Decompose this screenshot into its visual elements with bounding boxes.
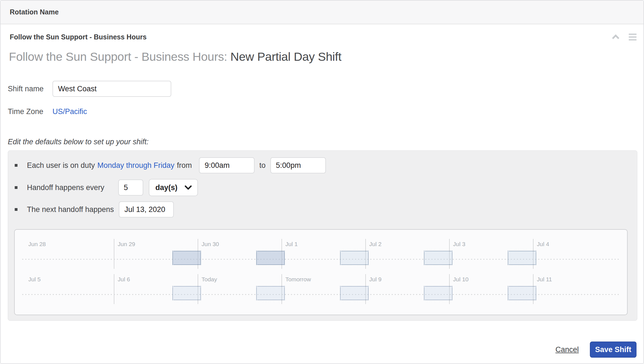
- shift-block[interactable]: [340, 251, 369, 265]
- timeline-day-label: Jul 9: [369, 276, 381, 283]
- timeline-day-label: Jun 29: [118, 241, 135, 247]
- timeline-day-label: Jul 2: [369, 241, 381, 247]
- timeline-day-label: Jul 1: [285, 241, 298, 247]
- shift-block[interactable]: [256, 286, 285, 300]
- save-shift-button[interactable]: Save Shift: [590, 342, 637, 358]
- handoff-interval-rule-row: Handoff happens every day(s): [15, 179, 198, 196]
- timezone-link[interactable]: US/Pacific: [52, 107, 87, 116]
- next-handoff-rule-row: The next handoff happens: [15, 201, 174, 218]
- page-title: Follow the Sun Support - Business Hours:…: [9, 50, 341, 64]
- shift-block[interactable]: [508, 251, 536, 265]
- bullet-icon: [15, 164, 17, 167]
- timezone-row: Time Zone US/Pacific: [8, 103, 87, 120]
- timeline-day-label: Jul 6: [118, 276, 130, 283]
- duty-rule-prefix: Each user is on duty: [27, 161, 95, 170]
- handoff-interval-input[interactable]: [118, 180, 143, 196]
- duty-days-link[interactable]: Monday through Friday: [97, 161, 175, 170]
- timezone-label: Time Zone: [8, 107, 52, 116]
- rotation-title: Follow the Sun Support - Business Hours: [10, 33, 147, 41]
- timeline-day-label: Jul 10: [453, 276, 469, 283]
- shift-block[interactable]: [172, 286, 201, 300]
- rotation-name-header-label: Rotation Name: [10, 8, 59, 16]
- timeline-day-divider: [114, 274, 114, 304]
- shift-start-time-input[interactable]: [199, 157, 255, 173]
- shift-block[interactable]: [424, 251, 452, 265]
- shift-block[interactable]: [508, 286, 536, 300]
- shift-name-input[interactable]: [52, 81, 171, 97]
- rotation-header-actions: [612, 34, 637, 41]
- timeline-day-label: Jul 11: [537, 276, 552, 283]
- bullet-icon: [15, 208, 17, 211]
- hamburger-menu-icon[interactable]: [629, 34, 637, 41]
- rotation-shift-editor: Rotation Name Follow the Sun Support - B…: [0, 0, 644, 364]
- rotation-card-header: Follow the Sun Support - Business Hours: [10, 31, 637, 43]
- timeline-day-label: Jun 28: [28, 241, 46, 247]
- shift-block[interactable]: [256, 251, 285, 265]
- timeline-day-label: Jul 3: [453, 241, 465, 247]
- shift-end-time-input[interactable]: [270, 157, 326, 173]
- handoff-unit-value: day(s): [155, 183, 178, 192]
- timeline-day-label: Tomorrow: [285, 276, 311, 283]
- shift-block[interactable]: [424, 286, 452, 300]
- next-handoff-date-input[interactable]: [119, 201, 174, 218]
- chevron-up-icon[interactable]: [612, 34, 620, 40]
- shift-name-row: Shift name: [8, 81, 171, 97]
- page-title-rotation-part: Follow the Sun Support - Business Hours:: [9, 50, 227, 63]
- shift-preview-timeline: Jun 28Jun 29Jun 30Jul 1Jul 2Jul 3Jul 4Ju…: [14, 229, 628, 315]
- edit-defaults-hint: Edit the defaults below to set up your s…: [8, 138, 149, 146]
- cancel-button[interactable]: Cancel: [555, 345, 579, 354]
- timeline-day-label: Jul 5: [28, 276, 41, 283]
- shift-block[interactable]: [172, 251, 201, 265]
- timeline-day-label: Jun 30: [202, 241, 219, 247]
- duty-days-rule-row: Each user is on duty Monday through Frid…: [15, 157, 326, 173]
- rotation-name-header: Rotation Name: [1, 1, 643, 24]
- bullet-icon: [15, 186, 17, 189]
- timeline-day-label: Jul 4: [537, 241, 549, 247]
- shift-name-label: Shift name: [8, 85, 52, 93]
- chevron-down-icon: [185, 185, 192, 190]
- page-title-shift-part: New Partial Day Shift: [230, 50, 341, 63]
- next-handoff-label: The next handoff happens: [27, 205, 114, 214]
- duty-rule-to-word: to: [259, 161, 266, 170]
- timeline-day-label: Today: [202, 276, 217, 283]
- shift-defaults-panel: Each user is on duty Monday through Frid…: [8, 150, 637, 321]
- timeline-day-divider: [114, 239, 114, 269]
- duty-rule-from-word: from: [177, 161, 192, 170]
- handoff-unit-select[interactable]: day(s): [149, 179, 198, 196]
- shift-block[interactable]: [340, 286, 369, 300]
- handoff-rule-label: Handoff happens every: [27, 183, 104, 192]
